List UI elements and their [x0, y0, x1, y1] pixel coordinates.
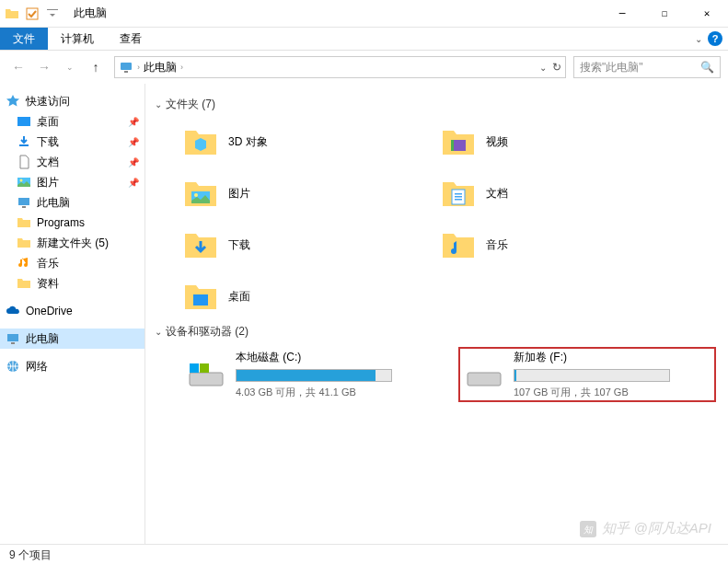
sidebar-item-data[interactable]: 资料: [0, 273, 144, 294]
sidebar-item-new-folder[interactable]: 新建文件夹 (5): [0, 233, 144, 253]
chevron-down-icon: ⌄: [155, 327, 162, 337]
pin-icon: 📌: [128, 137, 139, 147]
ribbon-tabs: 文件 计算机 查看 ⌄ ?: [0, 28, 728, 51]
search-icon[interactable]: 🔍: [700, 61, 714, 74]
group-label: 设备和驱动器 (2): [166, 324, 248, 340]
drive-name: 本地磁盘 (C:): [236, 350, 436, 365]
up-button[interactable]: ↑: [85, 56, 107, 78]
picture-icon: [17, 175, 31, 190]
back-button[interactable]: ←: [7, 56, 29, 78]
folder-item-3d[interactable]: 3D 对象: [182, 120, 422, 164]
tab-view[interactable]: 查看: [107, 28, 155, 50]
svg-rect-24: [468, 373, 501, 386]
svg-rect-19: [455, 199, 462, 201]
svg-rect-8: [22, 206, 26, 208]
drives-grid: 本地磁盘 (C:) 4.03 GB 可用，共 41.1 GB 新加卷 (F:) …: [155, 347, 719, 402]
sidebar-item-programs[interactable]: Programs: [0, 213, 144, 233]
sidebar-item-pictures[interactable]: 图片 📌: [0, 172, 144, 192]
sidebar-this-pc[interactable]: 此电脑: [0, 329, 144, 349]
folder-item-downloads[interactable]: 下载: [182, 223, 422, 267]
svg-rect-22: [190, 363, 199, 373]
folder-document-icon: [440, 175, 477, 212]
drive-capacity-bar: [514, 369, 670, 382]
svg-rect-23: [200, 363, 209, 373]
address-dropdown-icon[interactable]: ⌄: [539, 63, 547, 73]
folder-label: 桌面: [228, 289, 250, 305]
help-icon[interactable]: ?: [708, 31, 722, 46]
sidebar-item-label: 网络: [26, 359, 48, 375]
drive-name: 新加卷 (F:): [514, 350, 711, 365]
folder-item-videos[interactable]: 视频: [440, 120, 679, 164]
ribbon-expand-icon[interactable]: ⌄: [695, 34, 702, 44]
folder-desktop-icon: [182, 278, 219, 315]
drive-item-f[interactable]: 新加卷 (F:) 107 GB 可用，共 107 GB: [458, 347, 716, 402]
sidebar-item-label: 桌面: [37, 114, 59, 130]
sidebar-onedrive[interactable]: OneDrive: [0, 301, 144, 321]
network-icon: [6, 359, 20, 374]
close-button[interactable]: ✕: [686, 0, 728, 28]
minimize-button[interactable]: ─: [601, 0, 643, 28]
group-header-drives[interactable]: ⌄ 设备和驱动器 (2): [155, 324, 719, 340]
svg-rect-20: [193, 294, 208, 306]
folder-video-icon: [440, 123, 477, 160]
sidebar-item-label: 快速访问: [26, 94, 70, 110]
svg-point-6: [20, 179, 23, 182]
pc-icon: [119, 60, 133, 75]
sidebar-quick-access[interactable]: 快速访问: [0, 91, 144, 111]
folder-item-desktop[interactable]: 桌面: [182, 274, 422, 318]
folder-label: 图片: [228, 186, 250, 202]
drive-icon: [186, 358, 226, 391]
document-icon: [17, 155, 31, 169]
sidebar-item-label: 此电脑: [37, 195, 70, 211]
sidebar-item-desktop[interactable]: 桌面 📌: [0, 111, 144, 132]
folder-icon: [17, 236, 31, 250]
svg-rect-18: [455, 196, 462, 198]
desktop-icon: [17, 114, 31, 129]
main-area: 快速访问 桌面 📌 下载 📌 文档 📌 图片 📌 此电脑 Progr: [0, 84, 728, 544]
svg-rect-4: [17, 117, 30, 126]
refresh-icon[interactable]: ↻: [552, 61, 561, 74]
breadcrumb-item[interactable]: 此电脑: [144, 60, 177, 75]
watermark: 知 知乎 @阿凡达API: [580, 520, 711, 537]
content-pane: ⌄ 文件夹 (7) 3D 对象 视频 图片 文档 下载: [145, 84, 728, 544]
folder-item-documents[interactable]: 文档: [440, 171, 679, 215]
sidebar-item-music[interactable]: 音乐: [0, 253, 144, 273]
svg-rect-13: [451, 140, 454, 151]
drive-info: 本地磁盘 (C:) 4.03 GB 可用，共 41.1 GB: [236, 350, 436, 399]
forward-button[interactable]: →: [33, 56, 55, 78]
folders-grid: 3D 对象 视频 图片 文档 下载 音乐: [155, 120, 719, 318]
chevron-down-icon: ⌄: [155, 99, 162, 110]
sidebar-item-label: 文档: [37, 155, 59, 170]
svg-rect-17: [455, 193, 462, 195]
folder-item-pictures[interactable]: 图片: [182, 171, 422, 215]
recent-dropdown-icon[interactable]: ⌄: [59, 56, 81, 78]
cloud-icon: [6, 304, 20, 318]
sidebar-item-label: OneDrive: [26, 305, 73, 317]
drive-item-c[interactable]: 本地磁盘 (C:) 4.03 GB 可用，共 41.1 GB: [182, 347, 440, 402]
breadcrumb-separator-icon[interactable]: ›: [137, 63, 140, 72]
pc-small-icon: [17, 195, 31, 210]
address-bar[interactable]: › 此电脑 › ⌄ ↻: [114, 56, 566, 78]
svg-rect-10: [11, 342, 15, 344]
sidebar-item-this-pc-shortcut[interactable]: 此电脑: [0, 192, 144, 213]
breadcrumb-separator-icon[interactable]: ›: [180, 63, 183, 72]
sidebar-item-downloads[interactable]: 下载 📌: [0, 132, 144, 152]
group-header-folders[interactable]: ⌄ 文件夹 (7): [155, 97, 719, 112]
folder-icon: [17, 276, 31, 291]
svg-rect-7: [18, 198, 29, 205]
overflow-icon[interactable]: [44, 6, 61, 22]
folder-small-icon: [4, 6, 20, 22]
window-title: 此电脑: [74, 6, 107, 21]
folder-label: 音乐: [486, 237, 508, 253]
tab-file[interactable]: 文件: [0, 28, 48, 50]
sidebar-network[interactable]: 网络: [0, 356, 144, 376]
folder-item-music[interactable]: 音乐: [440, 223, 679, 267]
sidebar-item-documents[interactable]: 文档 📌: [0, 152, 144, 172]
maximize-button[interactable]: ☐: [643, 0, 686, 28]
svg-point-15: [194, 193, 198, 197]
nav-sidebar: 快速访问 桌面 📌 下载 📌 文档 📌 图片 📌 此电脑 Progr: [0, 84, 145, 544]
svg-rect-21: [190, 373, 223, 386]
tab-computer[interactable]: 计算机: [48, 28, 107, 50]
checkbox-icon[interactable]: [24, 6, 40, 22]
search-input[interactable]: 搜索"此电脑" 🔍: [573, 56, 721, 78]
